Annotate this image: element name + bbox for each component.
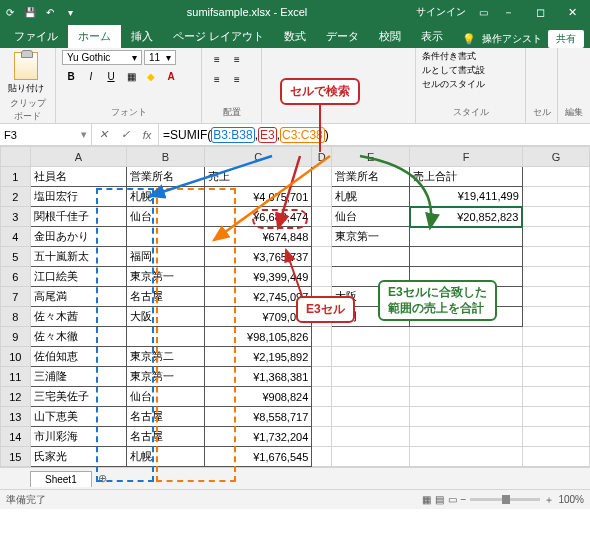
cell[interactable] — [522, 347, 589, 367]
cell[interactable]: 三浦隆 — [30, 367, 127, 387]
border-button[interactable]: ▦ — [122, 67, 140, 85]
paste-button[interactable]: 貼り付け — [6, 50, 46, 97]
row-header[interactable]: 6 — [1, 267, 31, 287]
cell[interactable] — [410, 327, 523, 347]
row-header[interactable]: 9 — [1, 327, 31, 347]
cell[interactable] — [410, 387, 523, 407]
row-header[interactable]: 15 — [1, 447, 31, 467]
cell[interactable]: ¥908,824 — [204, 387, 311, 407]
cell[interactable] — [332, 327, 410, 347]
row-header[interactable]: 10 — [1, 347, 31, 367]
cell[interactable]: ¥19,411,499 — [410, 187, 523, 207]
zoom-level[interactable]: 100% — [558, 494, 584, 505]
cell[interactable]: 仙台 — [127, 207, 205, 227]
cell[interactable]: ¥20,852,823 — [410, 207, 523, 227]
close-button[interactable]: ✕ — [558, 0, 588, 24]
fill-color-button[interactable]: ◆ — [142, 67, 160, 85]
cell[interactable] — [522, 167, 589, 187]
row-header[interactable]: 7 — [1, 287, 31, 307]
minimize-button[interactable]: － — [494, 0, 524, 24]
cell[interactable]: 福岡 — [127, 247, 205, 267]
autosave-icon[interactable]: ⟳ — [2, 4, 18, 20]
cell[interactable] — [312, 207, 332, 227]
bold-button[interactable]: B — [62, 67, 80, 85]
cell[interactable]: 氏家光 — [30, 447, 127, 467]
undo-icon[interactable]: ↶ — [42, 4, 58, 20]
tab-file[interactable]: ファイル — [4, 25, 68, 48]
align-left-button[interactable]: ≡ — [208, 70, 226, 88]
cell[interactable] — [522, 427, 589, 447]
cell[interactable] — [522, 407, 589, 427]
col-header[interactable]: F — [410, 147, 523, 167]
cell[interactable] — [522, 187, 589, 207]
table-format-button[interactable]: ルとして書式設 — [422, 64, 485, 77]
italic-button[interactable]: I — [82, 67, 100, 85]
cell[interactable] — [332, 407, 410, 427]
cell[interactable]: 山下恵美 — [30, 407, 127, 427]
cell[interactable]: 名古屋 — [127, 427, 205, 447]
cell[interactable] — [312, 387, 332, 407]
font-color-button[interactable]: A — [162, 67, 180, 85]
view-normal-icon[interactable]: ▦ — [422, 494, 431, 505]
cell[interactable] — [522, 267, 589, 287]
cell[interactable]: 東京第二 — [127, 347, 205, 367]
cell[interactable] — [410, 407, 523, 427]
cell[interactable]: 東京第一 — [127, 267, 205, 287]
cell[interactable] — [522, 307, 589, 327]
cell[interactable] — [312, 427, 332, 447]
cell[interactable]: 塩田宏行 — [30, 187, 127, 207]
tab-layout[interactable]: ページ レイアウト — [163, 25, 274, 48]
spreadsheet-grid[interactable]: A B C D E F G 1 社員名 営業所名 売上 営業所名 売上合計 2塩… — [0, 146, 590, 467]
cell[interactable] — [332, 347, 410, 367]
cell[interactable]: ¥98,105,826 — [204, 327, 311, 347]
align-center-button[interactable]: ≡ — [228, 70, 246, 88]
cell[interactable]: 仙台 — [332, 207, 410, 227]
save-icon[interactable]: 💾 — [22, 4, 38, 20]
cond-format-button[interactable]: 条件付き書式 — [422, 50, 476, 63]
cell[interactable]: ¥1,368,381 — [204, 367, 311, 387]
sheet-tab[interactable]: Sheet1 — [30, 471, 92, 487]
cell[interactable]: 札幌 — [127, 447, 205, 467]
row-header[interactable]: 11 — [1, 367, 31, 387]
cell[interactable]: ¥8,558,717 — [204, 407, 311, 427]
cell[interactable]: 営業所名 — [127, 167, 205, 187]
cell[interactable]: ¥4,075,701 — [204, 187, 311, 207]
cell[interactable]: 東京第一 — [332, 227, 410, 247]
cell[interactable] — [522, 227, 589, 247]
cell[interactable]: 佐々木徹 — [30, 327, 127, 347]
cell[interactable]: ¥2,195,892 — [204, 347, 311, 367]
col-header[interactable]: D — [312, 147, 332, 167]
cell[interactable]: 佐々木茜 — [30, 307, 127, 327]
row-header[interactable]: 12 — [1, 387, 31, 407]
cell[interactable]: 大阪 — [127, 307, 205, 327]
cell[interactable] — [522, 287, 589, 307]
zoom-out-button[interactable]: − — [461, 494, 467, 505]
tab-insert[interactable]: 挿入 — [121, 25, 163, 48]
cell[interactable] — [332, 427, 410, 447]
add-sheet-button[interactable]: ⊕ — [94, 470, 112, 488]
name-box[interactable]: F3▾ — [0, 124, 92, 145]
cell[interactable] — [312, 447, 332, 467]
tab-data[interactable]: データ — [316, 25, 369, 48]
ribbon-opts-icon[interactable]: ▭ — [476, 4, 492, 20]
col-header[interactable]: E — [332, 147, 410, 167]
tab-view[interactable]: 表示 — [411, 25, 453, 48]
cell[interactable]: 佐伯知恵 — [30, 347, 127, 367]
underline-button[interactable]: U — [102, 67, 120, 85]
cell[interactable] — [410, 247, 523, 267]
cell[interactable]: 五十嵐新太 — [30, 247, 127, 267]
cell[interactable] — [522, 247, 589, 267]
signin-link[interactable]: サインイン — [416, 5, 466, 19]
tab-home[interactable]: ホーム — [68, 25, 121, 48]
formula-bar[interactable]: =SUMIF(B3:B38,E3,C3:C38) — [159, 124, 590, 145]
cell[interactable] — [312, 187, 332, 207]
cell[interactable] — [312, 267, 332, 287]
cell[interactable] — [312, 347, 332, 367]
cell[interactable] — [410, 447, 523, 467]
row-header[interactable]: 13 — [1, 407, 31, 427]
cell[interactable]: 仙台 — [127, 387, 205, 407]
col-header[interactable]: A — [30, 147, 127, 167]
cell[interactable]: ¥9,399,449 — [204, 267, 311, 287]
cell[interactable] — [312, 247, 332, 267]
cell[interactable]: 営業所名 — [332, 167, 410, 187]
